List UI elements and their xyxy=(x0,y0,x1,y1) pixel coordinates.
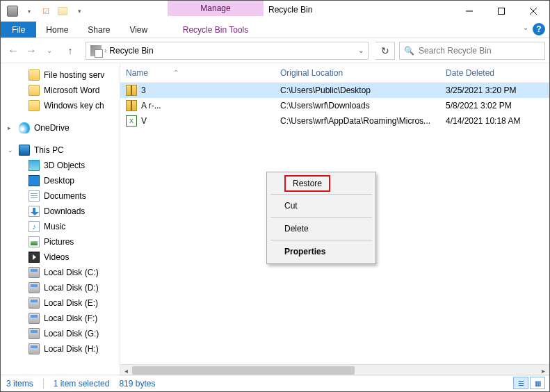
svg-rect-1 xyxy=(499,8,505,15)
breadcrumb-location[interactable]: Recycle Bin xyxy=(109,46,153,56)
chevron-right-icon[interactable]: › xyxy=(104,47,106,54)
column-header-original-location[interactable]: Original Location xyxy=(280,68,446,78)
search-box[interactable]: 🔍 xyxy=(399,42,545,60)
file-date-deleted: 5/8/2021 3:02 PM xyxy=(446,101,549,111)
videos-icon xyxy=(29,252,40,263)
tree-onedrive[interactable]: ▸OneDrive xyxy=(1,120,120,136)
contextual-tab-header: Manage xyxy=(168,1,264,16)
quick-access-toolbar: ▾ ☑ ▾ xyxy=(1,1,91,22)
disk-icon xyxy=(29,282,40,293)
details-view-button[interactable]: ☰ xyxy=(513,377,528,389)
file-row[interactable]: XV C:\Users\wrf\AppData\Roaming\Micros..… xyxy=(120,113,549,129)
navigation-bar: ← → ⌄ ↑ › Recycle Bin ⌄ ↻ 🔍 xyxy=(1,38,549,63)
folder-icon xyxy=(29,85,40,96)
ribbon-tabs: File Home Share View Recycle Bin Tools ⌄… xyxy=(1,22,549,38)
window-title: Recycle Bin xyxy=(268,5,312,15)
menu-separator xyxy=(270,217,372,218)
tree-local-disk-f[interactable]: Local Disk (F:) xyxy=(1,311,120,326)
up-button[interactable]: ↑ xyxy=(62,42,79,59)
collapse-icon[interactable]: ⌄ xyxy=(8,147,15,154)
forward-button[interactable]: → xyxy=(23,42,40,59)
maximize-button[interactable] xyxy=(485,1,517,22)
file-row[interactable]: 3 C:\Users\Public\Desktop 3/25/2021 3:20… xyxy=(120,83,549,98)
tab-file[interactable]: File xyxy=(1,22,36,38)
status-selected-size: 819 bytes xyxy=(119,379,155,389)
tab-home[interactable]: Home xyxy=(36,22,78,38)
expand-ribbon-icon[interactable]: ⌄ xyxy=(523,24,528,31)
menu-separator xyxy=(270,194,372,195)
recent-locations-dropdown[interactable]: ⌄ xyxy=(41,42,58,59)
disk-icon xyxy=(29,328,40,339)
qat-dropdown-icon[interactable]: ▾ xyxy=(22,3,37,19)
address-dropdown-icon[interactable]: ⌄ xyxy=(358,47,364,54)
menu-item-delete[interactable]: Delete xyxy=(269,219,373,238)
minimize-button[interactable] xyxy=(453,1,485,22)
address-bar[interactable]: › Recycle Bin ⌄ xyxy=(86,42,369,60)
tree-music[interactable]: ♪Music xyxy=(1,219,120,234)
column-header-date-deleted[interactable]: Date Deleted xyxy=(446,68,549,78)
qat-overflow-icon[interactable]: ▾ xyxy=(72,3,87,19)
column-header-row: Name⌃ Original Location Date Deleted xyxy=(120,63,549,83)
recycle-bin-icon[interactable] xyxy=(5,3,20,19)
status-item-count: 3 items xyxy=(6,379,33,389)
tree-3d-objects[interactable]: 3D Objects xyxy=(1,158,120,173)
status-bar: 3 items 1 item selected 819 bytes ☰ ▦ xyxy=(1,375,549,391)
pictures-icon xyxy=(29,236,40,247)
tab-view[interactable]: View xyxy=(120,22,157,38)
tree-pictures[interactable]: Pictures xyxy=(1,234,120,250)
file-row[interactable]: A r-... C:\Users\wrf\Downloads 5/8/2021 … xyxy=(120,98,549,113)
menu-item-restore[interactable]: Restore xyxy=(284,175,330,192)
file-date-deleted: 4/14/2021 10:18 AM xyxy=(446,116,549,126)
tab-recycle-bin-tools[interactable]: Recycle Bin Tools xyxy=(168,22,264,38)
tree-quick-item[interactable]: Windows key ch xyxy=(1,98,120,113)
back-button[interactable]: ← xyxy=(5,42,22,59)
disk-icon xyxy=(29,343,40,354)
column-header-name[interactable]: Name⌃ xyxy=(126,68,280,78)
downloads-icon xyxy=(29,206,40,217)
music-icon: ♪ xyxy=(29,221,40,232)
tree-local-disk-e[interactable]: Local Disk (E:) xyxy=(1,295,120,311)
disk-icon xyxy=(29,313,40,324)
disk-icon xyxy=(29,267,40,278)
expand-icon[interactable]: ▸ xyxy=(8,124,15,131)
3d-objects-icon xyxy=(29,160,40,171)
folder-icon xyxy=(29,70,40,81)
context-menu: Restore Cut Delete Properties xyxy=(266,172,376,264)
file-rows[interactable]: 3 C:\Users\Public\Desktop 3/25/2021 3:20… xyxy=(120,83,549,364)
tree-local-disk-g[interactable]: Local Disk (G:) xyxy=(1,326,120,341)
disk-icon xyxy=(29,297,40,309)
navigation-pane[interactable]: File hosting serv Microsoft Word Windows… xyxy=(1,63,120,376)
this-pc-icon xyxy=(19,145,30,156)
tree-quick-item[interactable]: File hosting serv xyxy=(1,67,120,83)
excel-file-icon: X xyxy=(126,115,137,126)
menu-item-cut[interactable]: Cut xyxy=(269,196,373,215)
tree-videos[interactable]: Videos xyxy=(1,250,120,265)
file-date-deleted: 3/25/2021 3:20 PM xyxy=(446,85,549,95)
thumbnails-view-button[interactable]: ▦ xyxy=(530,377,545,389)
tree-this-pc[interactable]: ⌄This PC xyxy=(1,142,120,158)
onedrive-icon xyxy=(19,122,30,133)
location-icon xyxy=(90,45,102,56)
file-name: V xyxy=(141,116,147,126)
tree-downloads[interactable]: Downloads xyxy=(1,204,120,219)
scroll-thumb[interactable] xyxy=(132,366,355,375)
search-icon: 🔍 xyxy=(404,46,414,56)
refresh-button[interactable]: ↻ xyxy=(375,42,395,60)
help-button[interactable]: ? xyxy=(533,23,545,35)
tree-documents[interactable]: Documents xyxy=(1,188,120,204)
tab-share[interactable]: Share xyxy=(78,22,120,38)
search-input[interactable] xyxy=(419,46,537,56)
tree-desktop[interactable]: Desktop xyxy=(1,173,120,188)
zip-file-icon xyxy=(126,100,137,111)
menu-separator xyxy=(270,240,372,240)
tree-local-disk-c[interactable]: Local Disk (C:) xyxy=(1,265,120,280)
tree-local-disk-d[interactable]: Local Disk (D:) xyxy=(1,280,120,295)
new-folder-qat-icon[interactable] xyxy=(55,3,70,19)
menu-item-properties[interactable]: Properties xyxy=(269,242,373,261)
file-original-location: C:\Users\wrf\AppData\Roaming\Micros... xyxy=(280,116,446,126)
properties-qat-icon[interactable]: ☑ xyxy=(38,3,54,19)
sort-indicator-icon: ⌃ xyxy=(173,69,179,76)
close-button[interactable] xyxy=(517,1,549,22)
tree-local-disk-h[interactable]: Local Disk (H:) xyxy=(1,341,120,357)
tree-quick-item[interactable]: Microsoft Word xyxy=(1,83,120,98)
